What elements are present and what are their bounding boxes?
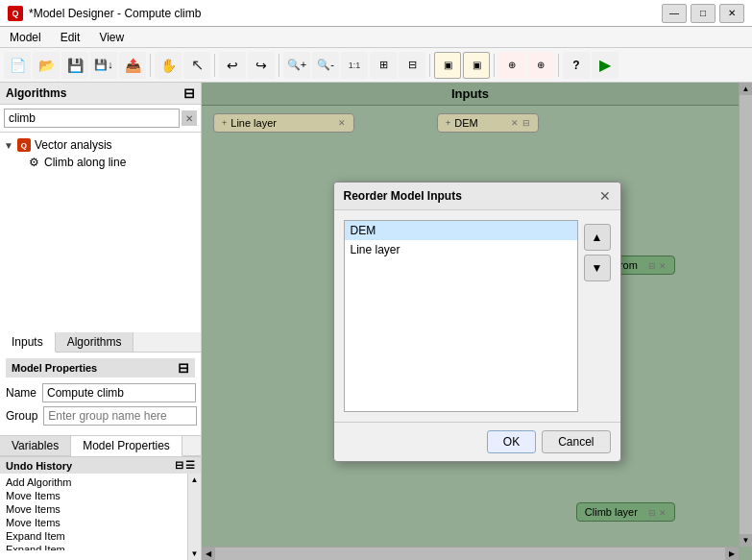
add-input-model-button[interactable]: ▣ (434, 52, 461, 79)
menu-edit[interactable]: Edit (55, 29, 86, 46)
hand-tool-button[interactable]: ✋ (155, 52, 182, 79)
modal-input-list: DEM Line layer (344, 220, 578, 412)
maximize-button[interactable]: □ (691, 4, 716, 23)
collapse-properties-icon[interactable]: ⊟ (178, 360, 189, 376)
undo-menu-icon[interactable]: ☰ (185, 459, 195, 472)
minimize-button[interactable]: — (662, 4, 687, 23)
tree-item-climb-along-line[interactable]: ⚙ Climb along line (0, 154, 201, 171)
open-button[interactable]: 📂 (33, 52, 60, 79)
ok-button[interactable]: OK (487, 430, 536, 453)
sep6 (558, 54, 559, 77)
algorithms-panel-header: Algorithms ⊟ (0, 83, 201, 105)
add-input-button[interactable]: ⊕ (498, 52, 525, 79)
undo-scroll-down[interactable]: ▼ (191, 549, 199, 558)
export-button[interactable]: 📤 (119, 52, 146, 79)
tab-inputs[interactable]: Inputs (0, 332, 56, 353)
tree-item-label: Climb along line (44, 156, 126, 169)
undo-item-0[interactable]: Add Algorithm (6, 475, 182, 489)
undo-collapse-icon[interactable]: ⊟ (175, 459, 183, 472)
undo-history-section: Undo History ⊟ ☰ Add Algorithm Move Item… (0, 456, 201, 560)
sep4 (429, 54, 430, 77)
zoom-rect-button[interactable]: ⊟ (399, 52, 425, 79)
tab-model-properties[interactable]: Model Properties (71, 436, 182, 456)
menu-view[interactable]: View (93, 29, 130, 46)
title-bar-text: *Model Designer - Compute climb (29, 7, 201, 20)
modal-overlay: Reorder Model Inputs ✕ DEM Line layer ▲ … (202, 83, 752, 560)
move-down-button[interactable]: ▼ (584, 255, 611, 281)
model-properties-label: Model Properties (12, 362, 97, 374)
search-box: ✕ (0, 105, 201, 133)
zoom-out-button[interactable]: 🔍- (312, 52, 339, 79)
algorithms-label: Algorithms (6, 86, 66, 100)
canvas-area: Inputs + Line layer ✕ + DEM ✕ ⊟ + value … (202, 83, 752, 560)
menu-bar: Model Edit View (0, 27, 752, 48)
undo-button[interactable]: ↩ (219, 52, 246, 79)
undo-item-4[interactable]: Expand Item (6, 529, 182, 543)
group-row: Group (6, 406, 195, 426)
undo-item-3[interactable]: Move Items (6, 516, 182, 529)
bottom-left-tab-row: Inputs Algorithms (0, 332, 201, 353)
sep2 (214, 54, 215, 77)
modal-close-button[interactable]: ✕ (599, 188, 611, 204)
undo-history-header: Undo History ⊟ ☰ (0, 457, 201, 474)
add-output-model-button[interactable]: ▣ (463, 52, 490, 79)
name-row: Name (6, 383, 195, 402)
modal-footer: OK Cancel (334, 422, 620, 461)
search-input[interactable] (4, 109, 180, 128)
undo-list: Add Algorithm Move Items Move Items Move… (0, 474, 187, 550)
tree-group-vector-analysis[interactable]: ▼ Q Vector analysis (0, 136, 201, 154)
modal-arrows: ▲ ▼ (584, 220, 611, 412)
tab-algorithms[interactable]: Algorithms (56, 332, 134, 352)
sep3 (279, 54, 279, 77)
search-clear-button[interactable]: ✕ (182, 110, 197, 126)
save-as-button[interactable]: 💾↓ (90, 52, 117, 79)
toolbar: 📄 📂 💾 💾↓ 📤 ✋ ↖ ↩ ↪ 🔍+ 🔍- 1:1 ⊞ ⊟ ▣ ▣ ⊕ ⊕… (0, 48, 752, 83)
run-button[interactable]: ▶ (592, 52, 619, 79)
undo-item-1[interactable]: Move Items (6, 489, 182, 502)
sep1 (150, 54, 151, 77)
main-layout: Algorithms ⊟ ✕ ▼ Q Vector analysis ⚙ Cli… (0, 83, 752, 560)
cancel-button[interactable]: Cancel (542, 430, 610, 453)
new-button[interactable]: 📄 (4, 52, 31, 79)
zoom-100-button[interactable]: 1:1 (341, 52, 368, 79)
left-panel: Algorithms ⊟ ✕ ▼ Q Vector analysis ⚙ Cli… (0, 83, 202, 560)
select-tool-button[interactable]: ↖ (183, 52, 210, 79)
menu-model[interactable]: Model (4, 29, 47, 46)
help-button[interactable]: ? (563, 52, 590, 79)
window-controls: — □ ✕ (662, 4, 744, 23)
save-button[interactable]: 💾 (61, 52, 88, 79)
modal-body: DEM Line layer ▲ ▼ (334, 210, 620, 422)
tab-variables[interactable]: Variables (0, 436, 71, 455)
collapse-algorithms-icon[interactable]: ⊟ (183, 85, 195, 101)
undo-scrollbar: ▲ ▼ (187, 474, 201, 560)
expand-icon: ▼ (4, 140, 13, 151)
reorder-modal: Reorder Model Inputs ✕ DEM Line layer ▲ … (333, 182, 621, 462)
undo-history-label: Undo History (6, 460, 72, 472)
model-properties-section: Model Properties ⊟ Name Group (0, 353, 201, 435)
modal-list-item-0[interactable]: DEM (345, 221, 577, 240)
zoom-fit-button[interactable]: ⊞ (370, 52, 397, 79)
redo-button[interactable]: ↪ (248, 52, 275, 79)
group-label: Group (6, 409, 37, 423)
move-up-button[interactable]: ▲ (584, 224, 611, 251)
zoom-in-button[interactable]: 🔍+ (283, 52, 310, 79)
model-properties-header: Model Properties ⊟ (6, 358, 195, 377)
modal-list-item-1[interactable]: Line layer (345, 240, 577, 259)
gear-icon: ⚙ (27, 156, 40, 169)
undo-scroll-up[interactable]: ▲ (191, 475, 199, 484)
modal-title: Reorder Model Inputs (344, 189, 462, 203)
add-output-button[interactable]: ⊕ (527, 52, 554, 79)
bottom-tabs-row: Variables Model Properties (0, 435, 201, 456)
sep5 (494, 54, 495, 77)
title-bar: Q *Model Designer - Compute climb — □ ✕ (0, 0, 752, 27)
tree-group-label: Vector analysis (35, 138, 112, 152)
close-window-button[interactable]: ✕ (719, 4, 744, 23)
name-label: Name (6, 386, 36, 400)
app-icon: Q (8, 6, 23, 21)
modal-header: Reorder Model Inputs ✕ (334, 183, 620, 210)
q-icon: Q (17, 138, 31, 152)
group-input[interactable] (43, 406, 197, 426)
name-input[interactable] (42, 383, 196, 402)
undo-item-2[interactable]: Move Items (6, 502, 182, 516)
undo-item-5[interactable]: Expand Item (6, 543, 182, 550)
